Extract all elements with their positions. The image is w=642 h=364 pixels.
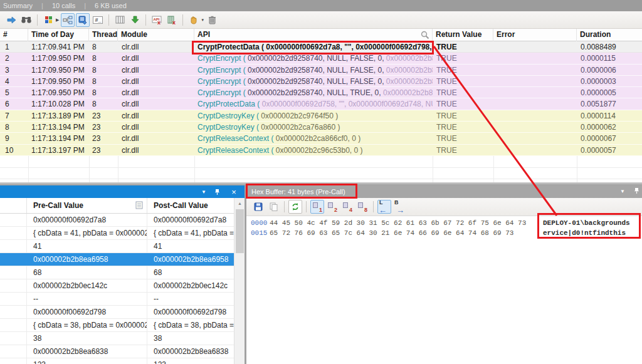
copy-buffer-button[interactable] [266,200,280,214]
summary-label: Summary [3,2,33,9]
api-function-name: CryptReleaseContext ( [197,146,273,155]
group-8-byte-button[interactable]: 8 [355,200,369,214]
table-row[interactable]: 81:17:13.194 PM23clr.dllCryptDestroyKey … [0,122,642,133]
cell-api-call: CryptReleaseContext ( 0x000002b2ca866cf0… [194,133,433,144]
delete-button[interactable] [206,13,219,27]
parameter-row[interactable]: 123123 [0,358,234,364]
parameters-toggle[interactable] [76,13,90,27]
cell-error [493,110,577,122]
close-icon[interactable]: × [229,187,238,197]
chevron-down-icon[interactable]: ▼ [618,185,627,198]
cell-time-of-day: 1:17:09.950 PM [28,87,89,98]
post-call-column-header[interactable]: Post-Call Value [147,198,234,213]
tree-view-toggle[interactable] [61,13,75,27]
parameter-row[interactable]: ---- [0,293,234,306]
post-call-value-cell: 123 [147,358,234,364]
save-buffer-button[interactable] [251,200,265,214]
parameter-row[interactable]: 6868 [0,266,234,279]
cell-call-number: 2 [0,53,28,64]
column-header-error[interactable]: Error [493,29,577,41]
main-toolbar: ▶ #_ APIx [0,11,642,29]
cell-time-of-day: 1:17:13.189 PM [28,110,89,122]
view-select-button[interactable] [41,13,55,27]
memory-used: 6 KB used [95,2,127,9]
vertical-scrollbar[interactable]: ▲ [234,198,245,364]
api-arguments: 0x000002b2d9258740, NULL, FALSE, 0, [246,66,384,75]
cell-api-call: CryptDestroyKey ( 0x000002b2ca76a860 ) [194,122,433,133]
cell-time-of-day: 1:17:13.194 PM [28,122,89,133]
column-header-thread[interactable]: Thread [89,29,118,41]
remove-column-filter-button[interactable]: x [165,13,179,27]
cell-call-number: 1 [0,41,28,53]
column-header-num[interactable]: # [0,29,28,41]
parameter-row[interactable]: 0x000000f00692d7980x000000f00692d798 [0,306,234,319]
parameter-row[interactable]: 0x000000f00692d7a80x000000f00692d7a8 [0,214,234,227]
toolbar-separator [182,14,183,26]
hex-toolbar: 1 2 4 8 L← B→ [246,198,642,216]
parameter-row[interactable]: 0x000002b2b0ec142c0x000002b2b0ec142c [0,279,234,293]
column-header-duration[interactable]: Duration [577,29,642,41]
parameter-row[interactable]: 0x000002b2b8ea68380x000002b2b8ea6838 [0,345,234,358]
scrollbar-thumb[interactable] [236,209,244,253]
post-call-value-cell: 0x000002b2b8ea6838 [147,345,234,358]
cell-error [493,65,577,76]
dropdown-caret-icon[interactable]: ▶ [56,18,59,23]
big-endian-button[interactable]: B→ [392,200,406,214]
columns-button[interactable] [113,13,127,27]
find-button[interactable] [19,13,33,27]
parameter-row[interactable]: { cbData = 38, pbData = 0x000002...{ cbD… [0,319,234,332]
toolbar-separator [37,14,38,26]
table-row[interactable]: 31:17:09.950 PM8clr.dllCryptEncrypt ( 0x… [0,65,642,76]
pin-icon[interactable] [214,189,223,195]
go-to-call-button[interactable] [4,13,18,27]
color-grid-icon [45,16,53,24]
column-header-return[interactable]: Return Value [433,29,493,41]
group-2-byte-button[interactable]: 2 [325,200,339,214]
column-header-module[interactable]: Module [118,29,194,41]
column-header-api[interactable]: API [194,29,433,41]
little-endian-button[interactable]: L← [377,200,391,214]
post-call-value-cell: 41 [147,240,234,252]
break-on-call-button[interactable] [187,13,201,27]
hex-decimal-toggle[interactable]: #_ [91,13,105,27]
export-button[interactable] [128,13,142,27]
pre-call-column-header[interactable]: Pre-Call Value [27,198,147,213]
table-row[interactable]: 11:17:09.941 PM8clr.dllCryptProtectData … [0,41,642,53]
toolbar-separator [373,201,374,212]
parameter-sliver-cell [0,332,27,345]
cell-module: clr.dll [118,110,194,122]
remove-api-filter-button[interactable]: APIx [150,13,164,27]
cell-api-call: CryptProtectData ( 0x000000f00692d7a8, "… [194,41,433,53]
post-call-value-cell: -- [147,293,234,305]
parameters-header: Pre-Call Value Post-Call Value [0,198,245,214]
parameter-row[interactable]: 4141 [0,240,234,253]
summary-status-bar: Summary | 10 calls | 6 KB used [0,0,642,11]
table-row[interactable]: 41:17:09.950 PM8clr.dllCryptEncrypt ( 0x… [0,76,642,87]
search-icon[interactable] [421,31,429,39]
group-1-byte-button[interactable]: 1 [310,200,324,214]
dropdown-caret-icon[interactable]: ▾ [201,18,204,23]
parameter-row[interactable]: 3838 [0,332,234,345]
scroll-up-arrow[interactable]: ▲ [234,198,245,209]
column-header-time[interactable]: Time of Day [28,29,89,41]
pin-icon[interactable] [632,185,641,198]
parameter-row[interactable]: { cbData = 41, pbData = 0x000002...{ cbD… [0,227,234,240]
table-row[interactable]: 71:17:13.189 PM23clr.dllCryptDestroyKey … [0,110,642,122]
table-row[interactable]: 51:17:09.950 PM8clr.dllCryptEncrypt ( 0x… [0,87,642,98]
table-row[interactable]: 61:17:10.028 PM8clr.dllCryptProtectData … [0,98,642,110]
grid-line [577,156,577,182]
table-row[interactable]: 91:17:13.194 PM23clr.dllCryptReleaseCont… [0,133,642,144]
pre-call-label: Pre-Call Value [33,201,83,210]
parameter-row[interactable]: 0x000002b2b8ea69580x000002b2b8ea6958 [0,253,234,266]
svg-text:x: x [172,19,176,24]
table-row[interactable]: 101:17:13.197 PM23clr.dllCryptReleaseCon… [0,145,642,156]
refresh-buffer-button[interactable] [288,200,302,214]
hex-bytes: 44 45 50 4c 4f 59 2d 30 31 5c 62 61 63 6… [270,218,526,228]
chevron-down-icon[interactable]: ▼ [199,189,208,195]
cell-call-number: 7 [0,110,28,122]
tree-view-icon [63,16,73,24]
post-call-value-cell: 68 [147,266,234,279]
group-4-byte-button[interactable]: 4 [340,200,354,214]
table-row[interactable]: 21:17:09.950 PM8clr.dllCryptEncrypt ( 0x… [0,53,642,64]
hex-dump-view[interactable]: 000044 45 50 4c 4f 59 2d 30 31 5c 62 61 … [246,216,642,364]
